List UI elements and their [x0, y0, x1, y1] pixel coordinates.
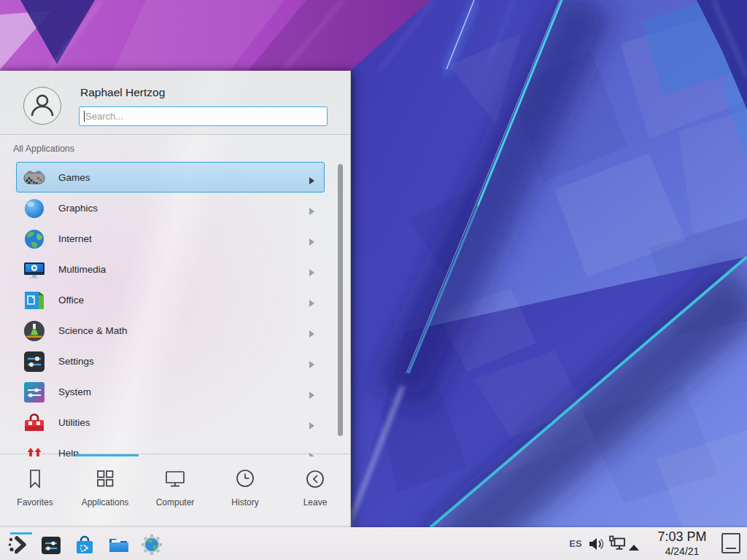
- grid-icon: [94, 468, 116, 490]
- category-label: Graphics: [17, 193, 324, 224]
- category-label: Internet: [17, 224, 324, 254]
- flask-icon: [23, 319, 46, 343]
- tab-label: Favorites: [0, 497, 70, 508]
- digital-clock[interactable]: 7:03 PM 4/24/21: [649, 527, 715, 560]
- user-name: Raphael Hertzog: [80, 86, 165, 99]
- leave-icon: [304, 468, 326, 490]
- submenu-arrow-icon: [309, 205, 314, 218]
- kde-launcher-icon: [7, 534, 28, 556]
- user-icon: [28, 91, 57, 120]
- desktop: Raphael Hertzog Search... All Applicatio…: [0, 0, 747, 560]
- toolbox-icon: [23, 411, 46, 435]
- launcher-tab-bar: Favorites Applications Computer: [0, 456, 350, 527]
- submenu-arrow-icon: [309, 327, 314, 341]
- tab-label: History: [210, 497, 280, 508]
- category-list: Games Graphics: [0, 162, 351, 456]
- category-label: Settings: [17, 346, 324, 377]
- documents-icon: [23, 289, 46, 312]
- application-launcher-button[interactable]: [4, 532, 31, 556]
- media-screen-icon: [23, 258, 46, 281]
- help-icon: [23, 442, 46, 456]
- application-launcher-menu: Raphael Hertzog Search... All Applicatio…: [0, 71, 351, 527]
- volume-icon[interactable]: [588, 536, 604, 555]
- category-label: Utilities: [17, 408, 324, 438]
- tab-computer[interactable]: Computer: [140, 456, 210, 527]
- submenu-arrow-icon: [309, 358, 314, 371]
- system-sliders-icon: [23, 381, 46, 404]
- tab-leave[interactable]: Leave: [280, 456, 350, 527]
- expand-tray-caret-icon[interactable]: [629, 540, 639, 553]
- category-graphics[interactable]: Graphics: [16, 192, 325, 223]
- category-office[interactable]: Office: [16, 284, 325, 315]
- web-browser-button[interactable]: [139, 532, 165, 556]
- tab-history[interactable]: History: [210, 456, 280, 527]
- category-games[interactable]: Games: [16, 162, 325, 192]
- category-system[interactable]: System: [16, 376, 325, 407]
- launcher-header: Raphael Hertzog Search...: [0, 71, 350, 135]
- category-label: Office: [17, 285, 324, 316]
- show-desktop-button[interactable]: [721, 533, 740, 553]
- submenu-arrow-icon: [309, 266, 314, 279]
- globe-icon: [23, 228, 46, 251]
- category-utilities[interactable]: Utilities: [16, 407, 325, 438]
- clock-icon: [234, 468, 256, 490]
- tab-label: Applications: [70, 497, 140, 508]
- tab-label: Leave: [280, 497, 350, 508]
- tab-favorites[interactable]: Favorites: [0, 456, 70, 527]
- tab-label: Computer: [140, 497, 210, 508]
- clock-time: 7:03 PM: [649, 529, 715, 545]
- submenu-arrow-icon: [309, 297, 314, 310]
- category-label: Multimedia: [17, 254, 324, 285]
- section-label: All Applications: [13, 144, 74, 154]
- tab-applications[interactable]: Applications: [70, 456, 140, 527]
- clock-date: 4/24/21: [649, 545, 715, 558]
- monitor-icon: [164, 468, 186, 490]
- taskbar: ES 7:03 PM 4/24/21: [0, 527, 747, 560]
- submenu-arrow-icon: [309, 174, 314, 187]
- system-settings-button[interactable]: [38, 532, 64, 556]
- text-caret: [84, 111, 85, 122]
- keyboard-layout-indicator[interactable]: ES: [566, 527, 585, 560]
- category-settings[interactable]: Settings: [16, 346, 325, 376]
- category-label: Science & Math: [17, 316, 324, 346]
- submenu-arrow-icon: [309, 419, 314, 432]
- category-label: Games: [17, 163, 324, 193]
- gamepad-icon: [23, 166, 46, 190]
- category-label: System: [17, 377, 324, 408]
- active-task-stripe: [10, 532, 32, 534]
- scrollbar[interactable]: [338, 164, 343, 436]
- search-placeholder: Search...: [85, 111, 123, 122]
- discover-icon: [74, 534, 96, 556]
- category-internet[interactable]: Internet: [16, 223, 325, 254]
- sliders-icon: [23, 350, 46, 373]
- search-input[interactable]: Search...: [79, 106, 328, 126]
- browser-globe-icon: [141, 534, 163, 556]
- category-science-math[interactable]: Science & Math: [16, 315, 325, 346]
- divider: [0, 454, 350, 454]
- show-desktop-glyph: [726, 548, 736, 549]
- discover-button[interactable]: [71, 532, 98, 556]
- submenu-arrow-icon: [309, 389, 314, 402]
- category-multimedia[interactable]: Multimedia: [16, 254, 325, 284]
- user-avatar[interactable]: [23, 87, 61, 125]
- bookmark-icon: [24, 468, 46, 490]
- system-settings-icon: [40, 534, 62, 556]
- sphere-icon: [23, 197, 46, 220]
- folder-icon: [107, 534, 129, 556]
- file-manager-button[interactable]: [105, 532, 131, 556]
- network-icon[interactable]: [608, 535, 626, 555]
- submenu-arrow-icon: [309, 236, 314, 249]
